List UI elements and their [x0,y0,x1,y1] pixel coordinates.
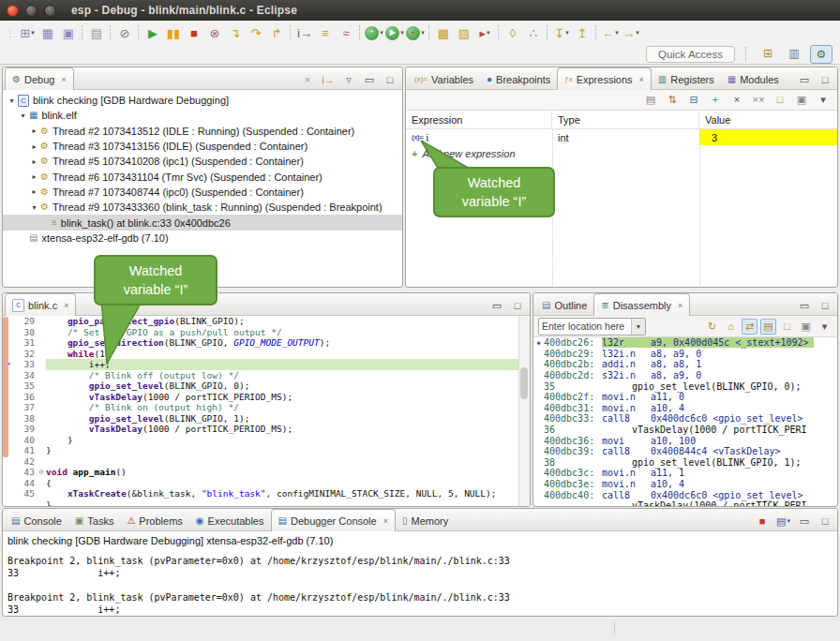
debug-perspective-button[interactable]: ⚙ [810,45,832,64]
skip-all-breakpoints-button[interactable]: ⊘ [114,23,135,42]
forward-button[interactable]: →▾ [621,23,641,42]
last-edit-location-button[interactable]: ↧▾ [551,23,572,42]
close-tab-icon[interactable]: × [639,75,644,84]
remove-all-expressions-button[interactable]: ×× [752,93,765,108]
save-all-button[interactable]: ▣ [58,23,79,42]
tree-row[interactable]: ▸⚙Thread #5 1073410208 (ipc1) (Suspended… [3,154,402,169]
tree-row[interactable]: ▾Cblink checking [GDB Hardware Debugging… [3,93,402,108]
minimize-button[interactable]: ▭ [798,73,811,86]
tab-registers[interactable]: ▥Registers [652,69,721,89]
tree-row[interactable]: ≡blink_task() at blink.c:33 0x400dbc26 [3,215,402,230]
tab-debugger-console[interactable]: ▤Debugger Console× [271,509,396,531]
expander-icon[interactable]: ▸ [29,157,39,166]
maximize-button[interactable]: □ [818,73,832,86]
add-expression-button[interactable]: + [709,93,722,108]
new-button[interactable]: ⊞▾ [17,23,38,42]
terminate-button[interactable]: ■ [756,514,769,528]
step-filters-button[interactable]: ≡ [315,23,336,42]
remove-expression-button[interactable]: × [730,93,743,108]
go-to-top-button[interactable]: ↥ [572,23,592,42]
code-editor[interactable]: 29 gpio_pad_select_gpio(BLINK_GPIO);30 /… [3,316,530,507]
fold-marker-icon[interactable]: ⊝ [37,467,46,478]
tree-row[interactable]: ▾⚙Thread #9 1073433360 (blink_task : Run… [3,200,402,215]
tab-modules[interactable]: ▦Modules [721,69,786,89]
display-console-button[interactable]: ▤▾ [776,514,790,528]
location-input[interactable]: Enter location here [539,320,631,332]
remove-all-terminated-button[interactable]: × [301,73,314,86]
view-menu-button[interactable]: ▾ [817,93,830,108]
terminate-button[interactable]: ■ [184,23,204,42]
suspend-button[interactable]: ▮▮ [163,23,184,42]
tree-row[interactable]: ▾▦blink.elf [3,108,402,123]
scrollbar-thumb[interactable] [520,367,528,399]
tree-row[interactable]: ▸⚙Thread #7 1073408744 (ipc0) (Suspended… [3,185,402,200]
tab-variables[interactable]: (x)=Variables [408,69,480,89]
close-window-icon[interactable] [7,5,19,17]
minimize-button[interactable]: ▭ [363,73,376,86]
location-combo[interactable]: Enter location here ▼ [538,318,646,335]
format-button[interactable]: ◊ [502,23,523,42]
expander-icon[interactable]: ▸ [29,142,39,151]
maximize-button[interactable]: □ [818,299,832,312]
tree-row[interactable]: ▸⚙Thread #6 1073431104 (Tmr Svc) (Suspen… [3,169,402,184]
minimize-window-icon[interactable] [25,5,38,17]
quick-access-button[interactable]: Quick Access [646,46,735,63]
step-return-button[interactable]: ↱ [266,23,287,42]
close-tab-icon[interactable]: × [383,516,388,526]
pin-view-button[interactable]: ▣ [798,319,814,335]
tab-blink-c[interactable]: c blink.c × [5,293,76,316]
new-view-button[interactable]: □ [773,93,787,108]
close-tab-icon[interactable]: × [64,301,68,310]
minimize-button[interactable]: ▭ [798,514,811,528]
annotation-button[interactable]: ∴ [523,23,544,42]
tree-row[interactable]: ▸⚙Thread #3 1073413156 (IDLE) (Suspended… [3,139,402,154]
expander-icon[interactable]: ▾ [18,112,28,120]
maximize-window-icon[interactable] [44,5,56,17]
combo-dropdown-icon[interactable]: ▼ [631,319,645,335]
expander-icon[interactable]: ▸ [29,127,39,135]
tab-disassembly[interactable]: ≣Disassembly× [593,293,690,316]
open-perspective-button[interactable]: ⊞ [758,45,778,62]
maximize-button[interactable]: □ [383,73,397,86]
tree-row[interactable]: ▸⚙Thread #2 1073413512 (IDLE : Running) … [3,124,402,139]
save-button[interactable]: ▦ [38,23,58,42]
add-expression-row[interactable]: + Add new expression [406,145,837,161]
console-output[interactable]: blink checking [GDB Hardware Debugging] … [3,531,837,617]
tree-row[interactable]: ▤xtensa-esp32-elf-gdb (7.10) [3,231,402,246]
tab-debug[interactable]: ⚙ Debug × [5,67,74,90]
expression-row[interactable]: (x)= i int 3 [406,129,837,145]
trace-control-button[interactable]: ≈ [336,23,356,42]
instruction-stepping-button[interactable]: i→ [294,23,315,42]
tab-memory[interactable]: ▯Memory [396,511,455,530]
open-folder-button[interactable]: ▨ [454,23,474,42]
close-tab-icon[interactable]: × [61,75,66,84]
resume-button[interactable]: ▶ [142,23,163,42]
sync-selection-toggle[interactable]: ⇄ [742,319,758,335]
view-menu-button[interactable]: ▾ [817,319,832,335]
tab-problems[interactable]: ⚠Problems [120,511,188,530]
step-over-button[interactable]: ↷ [246,23,266,42]
new-view-button[interactable]: □ [779,319,795,335]
debug-button[interactable]: *▾ [364,23,384,42]
external-tools-button[interactable]: ▪▾ [405,23,426,42]
tab-tasks[interactable]: ▣Tasks [68,511,121,530]
expander-icon[interactable]: ▾ [7,97,17,105]
instruction-stepping-toggle[interactable]: i→ [322,73,335,86]
column-header-expression[interactable]: Expression [406,111,552,128]
minimize-button[interactable]: ▭ [490,299,503,312]
home-button[interactable]: ⌂ [723,319,739,335]
refresh-button[interactable]: ↻ [704,319,720,335]
editor-scrollbar[interactable] [518,316,530,507]
flash-button[interactable]: ▸▾ [474,23,495,42]
back-button[interactable]: ←▾ [600,23,621,42]
minimize-button[interactable]: ▭ [798,299,811,312]
pin-view-button[interactable]: ▣ [795,93,808,108]
view-menu-button[interactable]: ▿ [342,73,355,86]
tab-breakpoints[interactable]: ●Breakpoints [480,69,557,89]
tab-console[interactable]: ▤Console [5,511,68,530]
show-logical-structure-button[interactable]: ⇅ [666,93,679,108]
expander-icon[interactable]: ▸ [29,172,39,181]
maximize-button[interactable]: □ [511,299,524,312]
column-header-type[interactable]: Type [552,111,699,128]
step-into-button[interactable]: ↴ [225,23,246,42]
